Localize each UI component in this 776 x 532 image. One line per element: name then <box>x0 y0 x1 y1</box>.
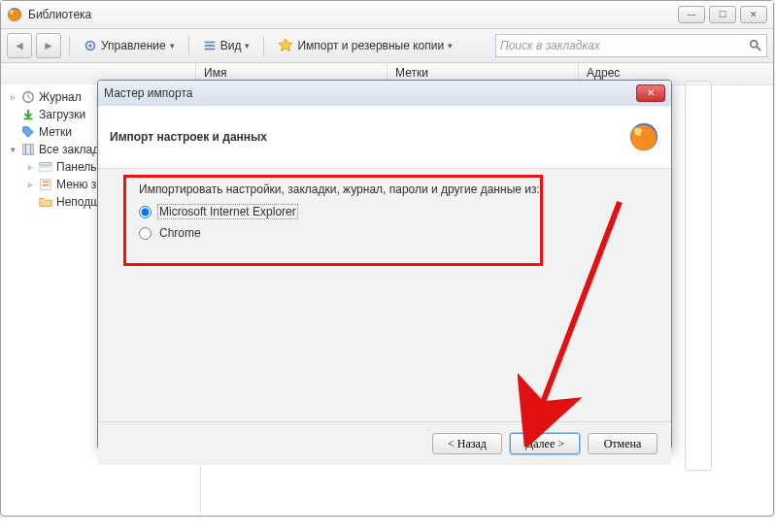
svg-rect-12 <box>40 167 51 171</box>
dialog-buttons: < Назад Далее > Отмена <box>98 421 671 465</box>
svg-point-2 <box>88 44 92 48</box>
manage-label: Управление <box>101 39 166 52</box>
separator <box>263 36 264 55</box>
forward-button[interactable]: ► <box>36 33 61 58</box>
background-pane <box>685 81 712 471</box>
folder-icon <box>39 195 52 209</box>
view-label: Вид <box>220 39 242 52</box>
dialog-body: Импортировать настройки, закладки, журна… <box>98 169 671 421</box>
svg-line-7 <box>757 47 760 50</box>
view-menu[interactable]: Вид <box>197 34 256 57</box>
close-window-button[interactable] <box>740 6 767 23</box>
gear-icon <box>84 39 97 52</box>
svg-rect-11 <box>40 163 51 166</box>
import-label: Импорт и резервные копии <box>297 39 444 52</box>
svg-line-17 <box>537 202 620 417</box>
dialog-heading: Импорт настроек и данных <box>110 130 267 144</box>
panel-icon <box>39 160 52 174</box>
dialog-title: Мастер импорта <box>104 81 192 106</box>
separator <box>69 36 70 55</box>
download-icon <box>21 108 35 121</box>
svg-point-6 <box>751 41 758 48</box>
clock-icon <box>21 90 35 104</box>
list-icon <box>203 39 217 52</box>
toolbar: ◄ ► Управление Вид Импорт и резервные ко… <box>1 29 773 63</box>
titlebar[interactable]: Библиотека <box>1 1 773 29</box>
menu-icon <box>39 178 52 191</box>
radio-ie[interactable] <box>139 206 152 218</box>
star-icon <box>278 38 293 53</box>
option-ie[interactable]: Microsoft Internet Explorer <box>139 204 298 219</box>
svg-rect-15 <box>43 184 50 186</box>
svg-rect-9 <box>24 118 33 120</box>
maximize-button[interactable] <box>709 6 736 23</box>
option-chrome-label: Chrome <box>157 225 203 241</box>
dialog-header: Импорт настроек и данных <box>98 106 671 169</box>
close-dialog-button[interactable]: ✕ <box>636 84 665 102</box>
search-input[interactable]: Поиск в закладках <box>495 34 767 57</box>
svg-rect-14 <box>43 182 50 183</box>
option-ie-label: Microsoft Internet Explorer <box>157 204 298 219</box>
svg-rect-5 <box>204 49 215 50</box>
firefox-logo-icon <box>628 121 659 152</box>
cancel-button[interactable]: Отмена <box>588 433 658 454</box>
option-chrome[interactable]: Chrome <box>139 225 203 241</box>
firefox-icon <box>7 7 22 22</box>
next-button[interactable]: Далее > <box>510 433 580 454</box>
import-backup-menu[interactable]: Импорт и резервные копии <box>272 34 458 57</box>
window-title: Библиотека <box>28 1 91 28</box>
import-question: Импортировать настройки, закладки, журна… <box>139 183 540 196</box>
manage-menu[interactable]: Управление <box>78 34 181 57</box>
back-button[interactable]: ◄ <box>7 33 32 58</box>
window-controls <box>678 6 767 23</box>
radio-chrome[interactable] <box>139 227 152 240</box>
svg-rect-10 <box>23 145 34 155</box>
minimize-button[interactable] <box>678 6 705 23</box>
svg-rect-4 <box>204 45 215 47</box>
tag-icon <box>21 125 35 139</box>
search-placeholder: Поиск в закладках <box>500 39 600 52</box>
import-wizard-dialog: Мастер импорта ✕ Импорт настроек и данны… <box>97 80 672 450</box>
back-button[interactable]: < Назад <box>432 433 502 454</box>
svg-rect-3 <box>204 42 215 44</box>
separator <box>188 36 189 55</box>
search-icon <box>749 39 762 52</box>
dialog-titlebar[interactable]: Мастер импорта ✕ <box>98 81 671 106</box>
bookmarks-icon <box>21 143 35 156</box>
